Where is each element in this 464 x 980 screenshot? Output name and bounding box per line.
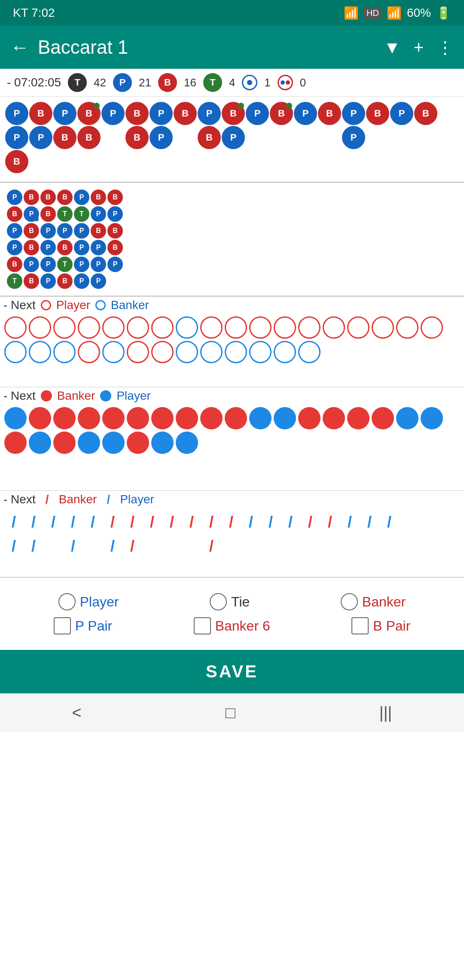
road-bead: B (91, 190, 106, 205)
road-bead: P (91, 257, 106, 272)
stats-row: - 07:02:05 T 42 P 21 B 16 T 4 1 0 (0, 69, 464, 97)
banker-badge: B (158, 73, 177, 92)
road-bead: P (74, 273, 89, 289)
small-player-icon (100, 390, 111, 401)
big-eye-circle (249, 341, 272, 363)
big-eye-circle (29, 316, 51, 339)
big-eye-circle (274, 341, 296, 363)
small-banker-label: Banker (57, 389, 95, 403)
battery-text: 60% (407, 6, 431, 20)
banker-radio[interactable] (341, 593, 358, 610)
small-circle (151, 432, 174, 454)
cockroach-next-label: - Next / Banker / Player (0, 491, 464, 508)
road-bead: P (74, 240, 89, 255)
small-player-label: Player (116, 389, 150, 403)
big-eye-circle (151, 316, 174, 339)
banker6-checkbox[interactable] (194, 617, 211, 634)
bead: B (77, 102, 101, 125)
bead-road-grid: P B P B P B P B P B P B P B P B P B P P … (3, 100, 461, 175)
add-icon[interactable]: + (414, 38, 424, 57)
small-circle (151, 407, 174, 429)
banker-bet-option[interactable]: Banker (341, 593, 406, 610)
big-eye-circle (127, 316, 149, 339)
slash-item: / (360, 511, 379, 534)
dropdown-icon[interactable]: ▼ (384, 38, 401, 57)
bead-road-section: P B P B P B P B P B P B P B P B P B P P … (0, 97, 464, 183)
bead: P (101, 102, 125, 125)
banker6-bet-option[interactable]: Banker 6 (194, 617, 270, 634)
bead: P (150, 126, 173, 149)
big-eye-next-label: - Next Player Banker (0, 297, 464, 314)
road-bead: B (57, 190, 73, 205)
big-eye-player-label: Player (56, 298, 90, 312)
tie-bet-option[interactable]: Tie (210, 593, 250, 610)
small-circle (29, 407, 51, 429)
road-bead: P (91, 206, 106, 222)
tie-count: 4 (229, 76, 235, 89)
bead: P (150, 102, 173, 125)
bead: P (342, 102, 365, 125)
slash-item: / (301, 511, 320, 534)
back-button[interactable]: ← (10, 37, 29, 58)
banker-bet-label: Banker (362, 594, 406, 610)
game-time: - 07:02:05 (7, 76, 61, 89)
big-eye-circle (53, 316, 76, 339)
road-bead: P (107, 206, 123, 222)
menu-icon[interactable]: ⋮ (437, 37, 454, 57)
road-bead: B (40, 206, 56, 222)
big-road-rows: P B B B P B B B P B T T P P P B (7, 190, 457, 289)
total-count: 42 (94, 76, 106, 89)
big-road-row4: P B P B P P B (7, 240, 457, 255)
bpair-checkbox[interactable] (351, 617, 369, 634)
big-eye-circles (4, 316, 460, 363)
small-circle (323, 407, 345, 429)
small-circle (53, 407, 76, 429)
ppair-bet-label: P Pair (75, 618, 113, 634)
big-eye-circle (53, 341, 76, 363)
small-road-circles (4, 407, 460, 454)
app-bar-actions: ▼ + ⋮ (384, 37, 454, 57)
save-button[interactable]: SAVE (0, 650, 464, 693)
big-eye-circle (225, 316, 247, 339)
road-bead: P (74, 257, 89, 272)
road-bead: B (107, 190, 123, 205)
big-road-display: P B B B P B B B P B T T P P P B (3, 186, 461, 292)
bead: B (125, 126, 149, 149)
road-bead: P (24, 206, 39, 222)
banker6-bet-label: Banker 6 (215, 618, 270, 634)
ppair-checkbox[interactable] (54, 617, 71, 634)
small-circle (78, 432, 100, 454)
big-eye-circle (200, 316, 223, 339)
bead: P (294, 102, 317, 125)
small-circle (176, 407, 198, 429)
player-radio[interactable] (58, 593, 76, 610)
ppair-bet-option[interactable]: P Pair (54, 617, 113, 634)
bpair-bet-option[interactable]: B Pair (351, 617, 410, 634)
big-eye-circle (396, 316, 418, 339)
nav-home-button[interactable]: □ (226, 704, 235, 722)
small-circle (127, 407, 149, 429)
big-eye-banker-icon (95, 300, 106, 310)
road-bead: B (40, 190, 56, 205)
road-bead: B (24, 273, 39, 289)
bead-spacer (174, 126, 197, 149)
road-bead: T (57, 257, 73, 272)
big-eye-circle (176, 341, 198, 363)
slash-item: / (64, 511, 82, 534)
tie-radio[interactable] (210, 593, 227, 610)
small-road (0, 404, 464, 490)
nav-recent-button[interactable]: ||| (379, 704, 392, 722)
nav-back-button[interactable]: < (72, 704, 82, 722)
road-bead: T (74, 206, 89, 222)
road-bead: B (57, 240, 73, 255)
road-bead: B (24, 190, 39, 205)
bead: P (53, 102, 76, 125)
bead: B (77, 126, 101, 149)
player-bet-option[interactable]: Player (58, 593, 119, 610)
player-count: 21 (139, 76, 151, 89)
status-bar: KT 7:02 📶 HD 📶 60% 🔋 (0, 0, 464, 26)
big-eye-circle (102, 316, 125, 339)
road-bead: P (24, 257, 39, 272)
slash-item: / (380, 511, 399, 534)
small-circle (225, 407, 247, 429)
